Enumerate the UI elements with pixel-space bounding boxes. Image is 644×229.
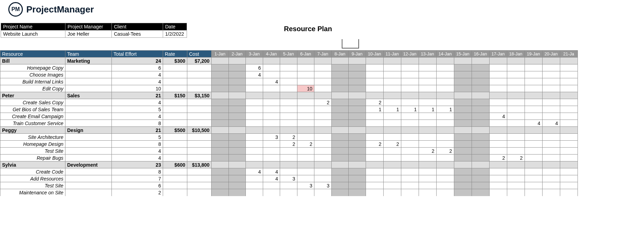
alloc-cell[interactable] bbox=[507, 182, 525, 189]
alloc-cell[interactable] bbox=[331, 148, 349, 155]
alloc-cell[interactable] bbox=[489, 134, 507, 141]
total-effort[interactable]: 21 bbox=[112, 127, 163, 134]
alloc-cell[interactable] bbox=[246, 113, 263, 120]
alloc-cell[interactable] bbox=[263, 71, 280, 78]
alloc-cell[interactable] bbox=[489, 92, 507, 99]
task-cost[interactable] bbox=[187, 141, 212, 148]
task-name[interactable]: Add Resources bbox=[0, 175, 65, 182]
alloc-cell[interactable] bbox=[314, 155, 332, 161]
alloc-cell[interactable]: 2 bbox=[507, 155, 525, 161]
alloc-cell[interactable] bbox=[229, 85, 246, 92]
alloc-cell[interactable] bbox=[212, 92, 229, 99]
task-rate[interactable] bbox=[163, 71, 187, 78]
alloc-cell[interactable] bbox=[542, 168, 560, 175]
alloc-cell[interactable] bbox=[525, 71, 542, 78]
alloc-cell[interactable] bbox=[383, 78, 401, 85]
alloc-cell[interactable] bbox=[297, 134, 314, 141]
alloc-cell[interactable] bbox=[489, 58, 507, 64]
task-rate[interactable] bbox=[163, 168, 187, 175]
alloc-cell[interactable] bbox=[229, 113, 246, 120]
alloc-cell[interactable] bbox=[212, 175, 229, 182]
alloc-cell[interactable] bbox=[560, 182, 578, 189]
alloc-cell[interactable] bbox=[472, 92, 489, 99]
alloc-cell[interactable] bbox=[212, 141, 229, 148]
alloc-cell[interactable] bbox=[314, 85, 332, 92]
alloc-cell[interactable] bbox=[507, 106, 525, 113]
alloc-cell[interactable] bbox=[229, 175, 246, 182]
alloc-cell[interactable] bbox=[263, 64, 280, 71]
alloc-cell[interactable] bbox=[560, 120, 578, 127]
alloc-cell[interactable] bbox=[419, 85, 436, 92]
alloc-cell[interactable] bbox=[419, 64, 436, 71]
alloc-cell[interactable]: 4 bbox=[263, 78, 280, 85]
task-effort[interactable]: 4 bbox=[112, 78, 163, 85]
alloc-cell[interactable] bbox=[349, 120, 366, 127]
alloc-cell[interactable] bbox=[366, 155, 383, 161]
alloc-cell[interactable] bbox=[212, 189, 229, 196]
alloc-cell[interactable] bbox=[263, 58, 280, 64]
task-name[interactable]: Homepage Copy bbox=[0, 64, 65, 71]
alloc-cell[interactable] bbox=[280, 64, 297, 71]
alloc-cell[interactable] bbox=[246, 189, 263, 196]
rate[interactable]: $500 bbox=[163, 127, 187, 134]
alloc-cell[interactable] bbox=[366, 175, 383, 182]
task-rate[interactable] bbox=[163, 175, 187, 182]
alloc-cell[interactable] bbox=[314, 127, 332, 134]
alloc-cell[interactable] bbox=[560, 134, 578, 141]
alloc-cell[interactable] bbox=[560, 85, 578, 92]
alloc-cell[interactable]: 4 bbox=[246, 168, 263, 175]
alloc-cell[interactable] bbox=[419, 92, 436, 99]
rate[interactable]: $600 bbox=[163, 161, 187, 168]
alloc-cell[interactable] bbox=[229, 182, 246, 189]
task-team[interactable] bbox=[65, 134, 112, 141]
alloc-cell[interactable] bbox=[383, 148, 401, 155]
alloc-cell[interactable] bbox=[560, 168, 578, 175]
task-cost[interactable] bbox=[187, 175, 212, 182]
alloc-cell[interactable] bbox=[560, 71, 578, 78]
cost[interactable]: $7,200 bbox=[187, 58, 212, 64]
alloc-cell[interactable] bbox=[525, 148, 542, 155]
alloc-cell[interactable]: 3 bbox=[297, 182, 314, 189]
alloc-cell[interactable] bbox=[212, 148, 229, 155]
alloc-cell[interactable] bbox=[349, 127, 366, 134]
alloc-cell[interactable] bbox=[229, 64, 246, 71]
alloc-cell[interactable] bbox=[419, 141, 436, 148]
alloc-cell[interactable] bbox=[297, 113, 314, 120]
alloc-cell[interactable] bbox=[263, 92, 280, 99]
alloc-cell[interactable] bbox=[489, 85, 507, 92]
task-effort[interactable]: 4 bbox=[112, 71, 163, 78]
alloc-cell[interactable] bbox=[401, 127, 419, 134]
task-name[interactable]: Choose Images bbox=[0, 71, 65, 78]
alloc-cell[interactable] bbox=[507, 175, 525, 182]
alloc-cell[interactable] bbox=[349, 189, 366, 196]
team-name[interactable]: Sales bbox=[65, 92, 112, 99]
alloc-cell[interactable] bbox=[401, 148, 419, 155]
alloc-cell[interactable] bbox=[542, 155, 560, 161]
alloc-cell[interactable] bbox=[401, 78, 419, 85]
alloc-cell[interactable] bbox=[419, 113, 436, 120]
alloc-cell[interactable]: 3 bbox=[314, 182, 332, 189]
alloc-cell[interactable] bbox=[263, 113, 280, 120]
alloc-cell[interactable] bbox=[419, 120, 436, 127]
alloc-cell[interactable] bbox=[525, 141, 542, 148]
alloc-cell[interactable] bbox=[507, 78, 525, 85]
task-effort[interactable]: 5 bbox=[112, 106, 163, 113]
task-rate[interactable] bbox=[163, 78, 187, 85]
alloc-cell[interactable] bbox=[419, 71, 436, 78]
alloc-cell[interactable] bbox=[314, 92, 332, 99]
alloc-cell[interactable] bbox=[542, 161, 560, 168]
alloc-cell[interactable] bbox=[383, 85, 401, 92]
alloc-cell[interactable] bbox=[297, 175, 314, 182]
alloc-cell[interactable] bbox=[436, 168, 454, 175]
alloc-cell[interactable] bbox=[246, 182, 263, 189]
alloc-cell[interactable] bbox=[229, 168, 246, 175]
task-effort[interactable]: 7 bbox=[112, 175, 163, 182]
alloc-cell[interactable] bbox=[280, 106, 297, 113]
alloc-cell[interactable]: 2 bbox=[366, 99, 383, 106]
alloc-cell[interactable] bbox=[525, 161, 542, 168]
alloc-cell[interactable] bbox=[246, 58, 263, 64]
alloc-cell[interactable] bbox=[229, 71, 246, 78]
alloc-cell[interactable] bbox=[542, 189, 560, 196]
alloc-cell[interactable] bbox=[280, 161, 297, 168]
task-team[interactable] bbox=[65, 64, 112, 71]
